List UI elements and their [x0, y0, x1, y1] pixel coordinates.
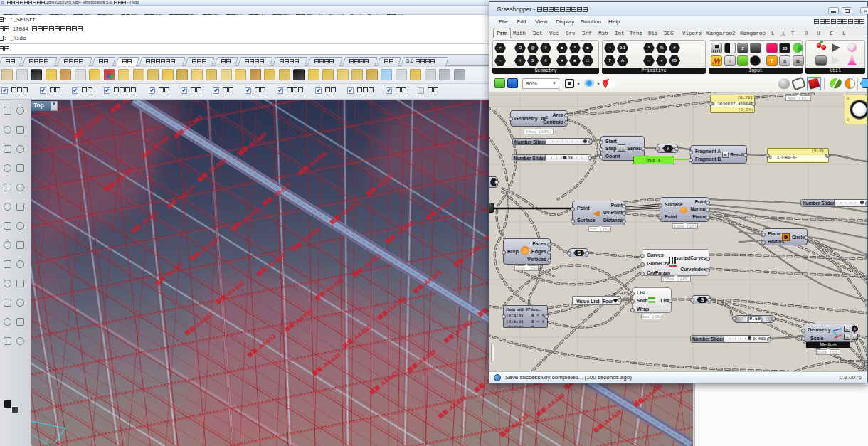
svg-text:x: x	[46, 437, 48, 442]
